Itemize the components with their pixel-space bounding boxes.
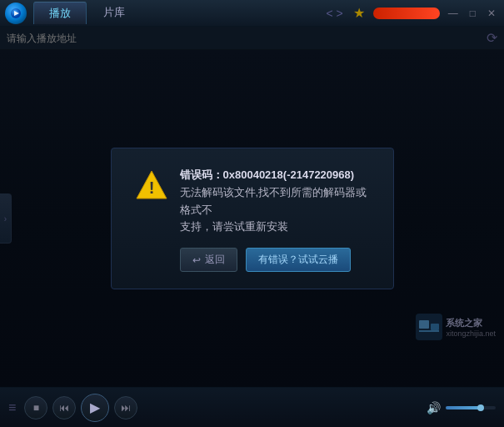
user-badge[interactable] (373, 8, 440, 19)
next-button[interactable]: ⏭ (114, 396, 137, 419)
play-icon: ▶ (90, 399, 100, 415)
nav-forward-icon[interactable]: > (337, 7, 343, 20)
volume-handle (477, 404, 484, 411)
next-icon: ⏭ (121, 402, 131, 414)
error-code: 错误码：0x80040218(-2147220968) (180, 167, 370, 184)
minimize-button[interactable]: — (445, 6, 462, 21)
nav-tabs: 播放 片库 (33, 2, 319, 24)
nav-arrows: < > (326, 7, 342, 20)
return-label: 返回 (205, 253, 225, 267)
volume-icon[interactable]: 🔊 (427, 401, 441, 414)
volume-fill (446, 406, 481, 409)
cloud-play-button[interactable]: 有错误？试试云播 (246, 248, 351, 272)
error-buttons: ↩ 返回 有错误？试试云播 (180, 248, 351, 272)
window-controls: — □ ✕ (445, 6, 499, 21)
maximize-button[interactable]: □ (467, 6, 479, 21)
volume-slider[interactable] (446, 406, 496, 409)
error-message: 错误码：0x80040218(-2147220968) 无法解码该文件,找不到所… (180, 167, 370, 236)
stop-button[interactable]: ■ (24, 396, 47, 419)
svg-text:!: ! (148, 178, 154, 197)
main-content: › ! 错误码：0x80040218(-2147220968) 无法解码该文件,… (0, 50, 504, 387)
titlebar: 播放 片库 < > ★ — □ ✕ (0, 0, 504, 27)
tab-playback[interactable]: 播放 (33, 2, 87, 24)
watermark-logo-icon (416, 314, 442, 340)
watermark-domain: xitongzhijia.net (446, 329, 496, 338)
svg-rect-5 (419, 320, 429, 329)
play-button[interactable]: ▶ (81, 394, 109, 422)
error-dialog: ! 错误码：0x80040218(-2147220968) 无法解码该文件,找不… (111, 148, 394, 289)
error-header: ! 错误码：0x80040218(-2147220968) 无法解码该文件,找不… (135, 167, 370, 236)
addressbar: ⟳ (0, 27, 504, 50)
panel-toggle[interactable]: › (0, 193, 12, 244)
tab-library[interactable]: 片库 (88, 2, 140, 24)
url-input[interactable] (7, 33, 482, 44)
stop-icon: ■ (33, 402, 39, 414)
error-desc-line1: 无法解码该文件,找不到所需的解码器或格式不 (180, 184, 370, 219)
watermark: 系统之家 xitongzhijia.net (416, 314, 496, 340)
return-button[interactable]: ↩ 返回 (180, 248, 237, 272)
favorite-icon[interactable]: ★ (353, 5, 365, 21)
nav-back-icon[interactable]: < (326, 7, 332, 20)
refresh-icon[interactable]: ⟳ (487, 30, 497, 46)
warning-icon: ! (135, 168, 168, 202)
controlbar: ≡ ■ ⏮ ▶ ⏭ 🔊 (0, 387, 504, 427)
svg-rect-6 (431, 324, 439, 330)
close-button[interactable]: ✕ (484, 6, 499, 21)
error-desc-line2: 支持，请尝试重新安装 (180, 219, 370, 236)
prev-button[interactable]: ⏮ (52, 396, 76, 419)
return-icon: ↩ (192, 254, 201, 266)
prev-icon: ⏮ (59, 402, 69, 414)
app-logo (5, 3, 27, 24)
svg-rect-7 (419, 330, 439, 332)
menu-icon[interactable]: ≡ (8, 400, 16, 415)
watermark-site: 系统之家 (446, 317, 496, 329)
